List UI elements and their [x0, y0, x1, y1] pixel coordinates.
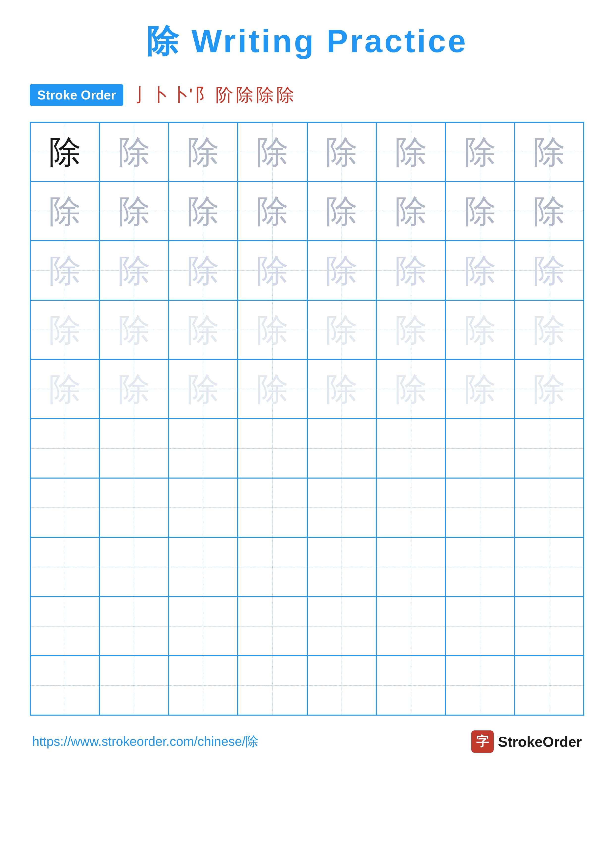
grid-cell[interactable]	[445, 656, 515, 715]
grid-cell[interactable]: 除	[376, 359, 445, 418]
grid-cell[interactable]	[376, 418, 445, 478]
grid-cell[interactable]: 除	[307, 359, 376, 418]
grid-cell[interactable]	[445, 418, 515, 478]
grid-cell[interactable]: 除	[99, 122, 168, 181]
grid-cell[interactable]: 除	[376, 300, 445, 360]
grid-cell[interactable]	[238, 418, 307, 478]
grid-cell[interactable]: 除	[238, 181, 307, 241]
grid-cell[interactable]	[169, 656, 238, 715]
grid-cell[interactable]	[169, 537, 238, 597]
page-title: 除 Writing Practice	[30, 20, 584, 64]
grid-cell[interactable]: 除	[445, 122, 515, 181]
grid-cell[interactable]: 除	[169, 181, 238, 241]
grid-cell[interactable]	[30, 478, 99, 538]
grid-cell[interactable]	[376, 537, 445, 597]
cell-character: 除	[325, 254, 358, 287]
grid-cell[interactable]: 除	[515, 359, 584, 418]
grid-cell[interactable]: 除	[238, 359, 307, 418]
grid-cell[interactable]	[307, 537, 376, 597]
grid-cell[interactable]	[238, 537, 307, 597]
footer: https://www.strokeorder.com/chinese/除 字 …	[30, 730, 584, 753]
grid-cell[interactable]: 除	[169, 122, 238, 181]
grid-cell[interactable]: 除	[30, 241, 99, 300]
grid-cell[interactable]: 除	[376, 122, 445, 181]
stroke-4: 阝	[195, 83, 213, 107]
grid-cell[interactable]	[515, 537, 584, 597]
grid-cell[interactable]: 除	[238, 241, 307, 300]
stroke-6: 除	[236, 83, 253, 107]
grid-cell[interactable]: 除	[169, 359, 238, 418]
grid-cell[interactable]	[30, 656, 99, 715]
grid-cell[interactable]: 除	[30, 122, 99, 181]
grid-cell[interactable]: 除	[99, 241, 168, 300]
grid-cell[interactable]	[376, 597, 445, 656]
grid-cell[interactable]	[515, 656, 584, 715]
grid-cell[interactable]: 除	[515, 181, 584, 241]
cell-character: 除	[49, 136, 81, 168]
grid-cell[interactable]	[169, 418, 238, 478]
stroke-order-badge: Stroke Order	[30, 84, 123, 106]
footer-url[interactable]: https://www.strokeorder.com/chinese/除	[32, 733, 258, 750]
grid-cell[interactable]	[307, 478, 376, 538]
grid-cell[interactable]: 除	[445, 241, 515, 300]
grid-cell[interactable]	[99, 418, 168, 478]
grid-cell[interactable]: 除	[376, 181, 445, 241]
grid-cell[interactable]	[238, 478, 307, 538]
grid-cell[interactable]	[30, 418, 99, 478]
grid-cell[interactable]: 除	[169, 300, 238, 360]
grid-cell[interactable]: 除	[30, 359, 99, 418]
grid-cell[interactable]	[307, 656, 376, 715]
grid-cell[interactable]	[238, 597, 307, 656]
grid-cell[interactable]	[169, 597, 238, 656]
grid-cell[interactable]	[445, 478, 515, 538]
grid-cell[interactable]	[238, 656, 307, 715]
grid-cell[interactable]: 除	[30, 300, 99, 360]
grid-cell[interactable]: 除	[445, 359, 515, 418]
grid-cell[interactable]	[376, 656, 445, 715]
grid-cell[interactable]: 除	[307, 181, 376, 241]
grid-cell[interactable]: 除	[307, 300, 376, 360]
grid-cell[interactable]: 除	[99, 300, 168, 360]
grid-cell[interactable]	[376, 478, 445, 538]
grid-cell[interactable]: 除	[445, 300, 515, 360]
stroke-3: 卜'	[171, 83, 193, 107]
grid-cell[interactable]	[515, 597, 584, 656]
page: 除 Writing Practice Stroke Order 亅 卜 卜' 阝…	[0, 0, 614, 868]
cell-character: 除	[187, 373, 219, 405]
cell-character: 除	[533, 195, 565, 227]
cell-character: 除	[395, 254, 427, 287]
grid-cell[interactable]: 除	[99, 181, 168, 241]
grid-cell[interactable]: 除	[238, 122, 307, 181]
grid-cell[interactable]: 除	[99, 359, 168, 418]
cell-character: 除	[49, 195, 81, 227]
grid-cell[interactable]	[307, 418, 376, 478]
cell-character: 除	[325, 314, 358, 346]
grid-cell[interactable]: 除	[307, 241, 376, 300]
grid-cell[interactable]: 除	[515, 300, 584, 360]
cell-character: 除	[256, 136, 289, 168]
cell-character: 除	[256, 254, 289, 287]
grid-cell[interactable]: 除	[238, 300, 307, 360]
grid-cell[interactable]	[99, 478, 168, 538]
grid-cell[interactable]	[515, 478, 584, 538]
cell-character: 除	[395, 136, 427, 168]
grid-cell[interactable]	[169, 478, 238, 538]
grid-cell[interactable]	[307, 597, 376, 656]
grid-cell[interactable]	[30, 537, 99, 597]
grid-cell[interactable]	[99, 656, 168, 715]
grid-cell[interactable]: 除	[515, 122, 584, 181]
grid-cell[interactable]	[30, 597, 99, 656]
grid-cell[interactable]: 除	[30, 181, 99, 241]
grid-cell[interactable]	[99, 597, 168, 656]
stroke-7: 除	[256, 83, 274, 107]
cell-character: 除	[187, 314, 219, 346]
grid-cell[interactable]: 除	[515, 241, 584, 300]
grid-cell[interactable]: 除	[445, 181, 515, 241]
grid-cell[interactable]	[445, 597, 515, 656]
grid-cell[interactable]: 除	[376, 241, 445, 300]
grid-cell[interactable]	[515, 418, 584, 478]
grid-cell[interactable]: 除	[169, 241, 238, 300]
grid-cell[interactable]	[445, 537, 515, 597]
grid-cell[interactable]	[99, 537, 168, 597]
grid-cell[interactable]: 除	[307, 122, 376, 181]
